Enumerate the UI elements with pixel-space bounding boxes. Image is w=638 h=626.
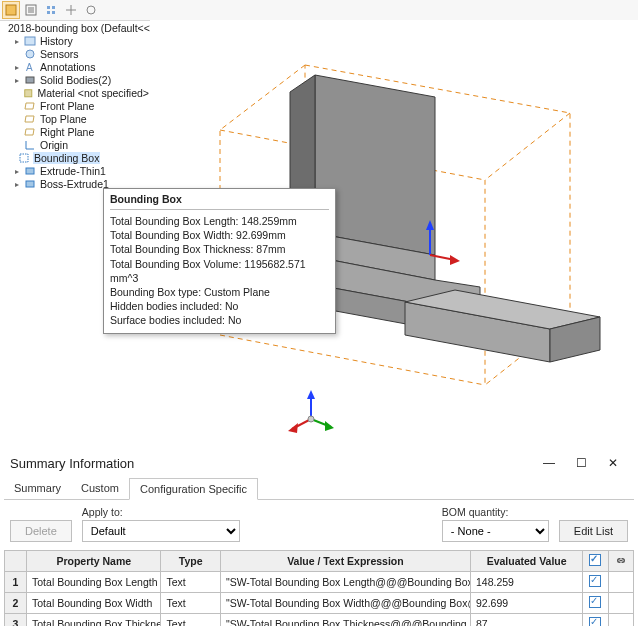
tree-extrude-thin[interactable]: ▸ Extrude-Thin1 (4, 165, 150, 178)
row-check-icon[interactable] (589, 596, 601, 608)
tree-sensors[interactable]: Sensors (4, 48, 150, 61)
svg-marker-37 (307, 390, 315, 399)
tree-root[interactable]: 2018-bounding box (Default<< (4, 22, 150, 35)
apply-to-label: Apply to: (82, 506, 240, 518)
svg-rect-5 (47, 6, 50, 9)
svg-rect-22 (26, 181, 34, 187)
tree-front-plane[interactable]: Front Plane (4, 100, 150, 113)
display-manager-tab-icon[interactable] (82, 1, 100, 19)
svg-rect-17 (25, 89, 32, 96)
feature-manager-tab-icon[interactable] (2, 1, 20, 19)
table-row[interactable]: 3 Total Bounding Box Thickne Text "SW-To… (5, 614, 634, 627)
view-triad-icon[interactable] (286, 387, 336, 437)
svg-point-14 (26, 50, 34, 58)
svg-rect-6 (52, 6, 55, 9)
close-button[interactable]: ✕ (602, 454, 624, 472)
bom-quantity-select[interactable]: - None - (442, 520, 549, 542)
tree-right-plane[interactable]: Right Plane (4, 126, 150, 139)
window-titlebar: Summary Information — ☐ ✕ (4, 451, 634, 475)
header-check-icon[interactable] (583, 551, 608, 572)
svg-rect-20 (20, 154, 28, 162)
svg-text:A: A (26, 62, 33, 73)
svg-rect-16 (26, 77, 34, 83)
svg-marker-41 (288, 423, 298, 433)
apply-to-select[interactable]: Default (82, 520, 240, 542)
property-manager-tab-icon[interactable] (22, 1, 40, 19)
minimize-button[interactable]: — (538, 454, 560, 472)
table-header-row: Property Name Type Value / Text Expressi… (5, 551, 634, 572)
svg-point-42 (308, 416, 314, 422)
header-link-icon[interactable] (608, 551, 633, 572)
delete-button[interactable]: Delete (10, 520, 72, 542)
tooltip-title: Bounding Box (110, 193, 329, 205)
summary-information-window: Summary Information — ☐ ✕ Summary Custom… (0, 450, 638, 626)
bom-quantity-label: BOM quantity: (442, 506, 549, 518)
header-value-expression[interactable]: Value / Text Expression (220, 551, 470, 572)
svg-marker-35 (450, 255, 460, 265)
svg-marker-39 (325, 421, 334, 431)
summary-tabs: Summary Custom Configuration Specific (4, 477, 634, 500)
property-table[interactable]: Property Name Type Value / Text Expressi… (4, 550, 634, 626)
config-manager-tab-icon[interactable] (42, 1, 60, 19)
tree-bounding-box[interactable]: Bounding Box (4, 152, 150, 165)
tree-history[interactable]: ▸ History (4, 35, 150, 48)
dimxpert-tab-icon[interactable] (62, 1, 80, 19)
svg-rect-21 (26, 168, 34, 174)
header-type[interactable]: Type (161, 551, 220, 572)
tree-origin[interactable]: Origin (4, 139, 150, 152)
tree-annotations[interactable]: ▸ A Annotations (4, 61, 150, 74)
tree-solid-bodies[interactable]: ▸ Solid Bodies(2) (4, 74, 150, 87)
row-check-icon[interactable] (589, 617, 601, 626)
header-property-name[interactable]: Property Name (27, 551, 161, 572)
maximize-button[interactable]: ☐ (570, 454, 592, 472)
tab-configuration-specific[interactable]: Configuration Specific (129, 478, 258, 500)
header-evaluated-value[interactable]: Evaluated Value (470, 551, 582, 572)
window-title: Summary Information (4, 456, 538, 471)
svg-rect-0 (6, 5, 16, 15)
svg-rect-13 (25, 37, 35, 45)
svg-rect-8 (52, 11, 55, 14)
bounding-box-tooltip: Bounding Box Total Bounding Box Length: … (103, 188, 336, 334)
svg-point-11 (87, 6, 95, 14)
feature-manager-toolbar (0, 0, 638, 21)
table-row[interactable]: 1 Total Bounding Box Length Text "SW-Tot… (5, 572, 634, 593)
tab-summary[interactable]: Summary (4, 478, 71, 500)
tree-material[interactable]: Material <not specified> (4, 87, 150, 100)
tree-top-plane[interactable]: Top Plane (4, 113, 150, 126)
svg-rect-7 (47, 11, 50, 14)
modeling-area: 2018-bounding box (Default<< ▸ History S… (0, 0, 638, 442)
edit-list-button[interactable]: Edit List (559, 520, 628, 542)
tab-custom[interactable]: Custom (71, 478, 129, 500)
summary-controls: Delete Apply to: Default BOM quantity: -… (4, 500, 634, 550)
table-row[interactable]: 2 Total Bounding Box Width Text "SW-Tota… (5, 593, 634, 614)
row-check-icon[interactable] (589, 575, 601, 587)
